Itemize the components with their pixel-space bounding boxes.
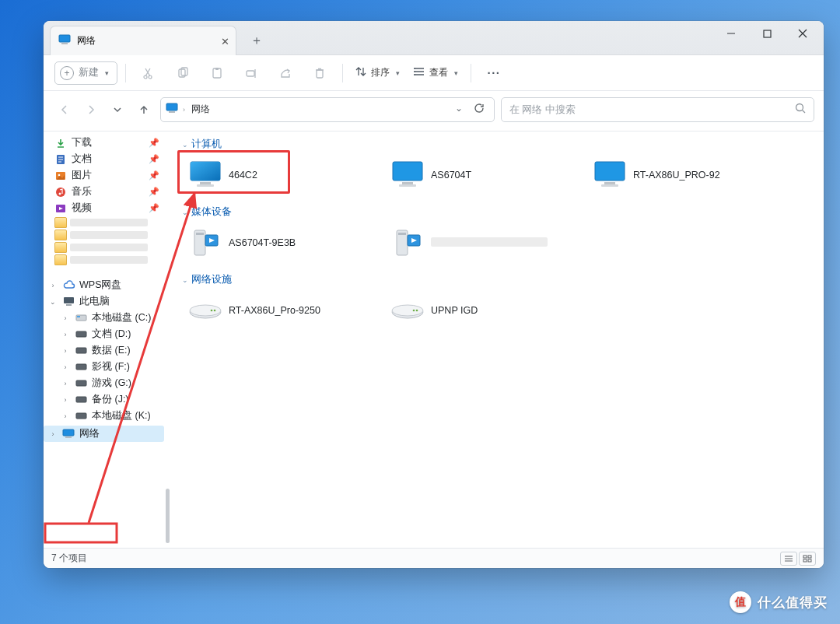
svg-rect-44 <box>76 380 86 386</box>
network-device-item[interactable]: RT-AX86U_Pro-9250 <box>185 291 380 330</box>
breadcrumb-network[interactable]: 网络 <box>190 103 212 116</box>
pin-icon: 📌 <box>149 203 159 213</box>
address-bar[interactable]: › 网络 ⌄ <box>160 97 495 122</box>
new-tab-button[interactable]: ＋ <box>246 33 268 48</box>
new-button[interactable]: + 新建 ▾ <box>54 61 117 85</box>
chevron-right-icon[interactable]: › <box>48 430 58 438</box>
copy-icon[interactable] <box>168 61 198 85</box>
svg-rect-48 <box>65 436 72 438</box>
item-label: RT-AX86U_PRO-92 <box>633 170 720 181</box>
svg-rect-11 <box>215 68 219 70</box>
sidebar-item-drive-d[interactable]: ›文档 (D:) <box>44 326 164 342</box>
chevron-down-icon[interactable]: ⌄ <box>48 298 58 306</box>
chevron-right-icon[interactable]: › <box>61 347 70 355</box>
router-icon <box>392 295 423 326</box>
sidebar-item-pictures[interactable]: 图片📌 <box>44 167 164 184</box>
sidebar-item-downloads[interactable]: 下载📌 <box>44 135 164 151</box>
svg-point-22 <box>414 74 415 75</box>
chevron-right-icon[interactable]: › <box>61 412 70 420</box>
svg-point-34 <box>56 188 65 197</box>
sidebar-item-documents[interactable]: 文档📌 <box>44 151 164 167</box>
watermark: 值 什么值得买 <box>730 591 828 613</box>
search-icon[interactable] <box>795 103 806 116</box>
drive-icon <box>75 312 87 324</box>
pin-icon: 📌 <box>149 170 159 181</box>
group-header-netinfra[interactable]: ⌄ 网络设施 <box>177 270 824 289</box>
view-button[interactable]: 查看 ▾ <box>409 61 463 85</box>
network-media-item[interactable]: AS6704T-9E3B <box>185 223 380 262</box>
svg-point-71 <box>416 310 418 312</box>
router-icon <box>190 295 221 326</box>
chevron-right-icon[interactable]: › <box>48 282 58 289</box>
toolbar: + 新建 ▾ 排序 ▾ 查看 ▾ ··· <box>44 55 824 91</box>
chevron-right-icon[interactable]: › <box>61 331 70 338</box>
svg-rect-43 <box>76 364 86 370</box>
refresh-icon[interactable] <box>469 100 489 119</box>
network-computer-item[interactable]: RT-AX86U_PRO-92 <box>590 156 784 195</box>
sidebar-item-drive-k[interactable]: ›本地磁盘 (K:) <box>44 408 164 424</box>
nav-scrollbar[interactable] <box>164 131 171 548</box>
network-media-item[interactable] <box>387 223 582 262</box>
more-icon[interactable]: ··· <box>479 61 509 85</box>
sidebar-item-placeholder[interactable] <box>54 216 148 229</box>
network-device-item[interactable]: UPNP IGD <box>387 291 582 330</box>
chevron-right-icon[interactable]: › <box>61 396 70 404</box>
window-controls <box>713 21 821 46</box>
chevron-right-icon[interactable]: › <box>61 314 70 322</box>
details-view-button[interactable] <box>780 552 797 566</box>
sort-button[interactable]: 排序 ▾ <box>351 61 404 85</box>
plus-icon: + <box>60 66 74 80</box>
sidebar-item-placeholder[interactable] <box>54 254 148 266</box>
network-icon <box>166 103 178 116</box>
sidebar-item-wps[interactable]: ›WPS网盘 <box>44 277 164 293</box>
sidebar-item-placeholder[interactable] <box>54 229 148 241</box>
up-button[interactable] <box>134 98 154 121</box>
sidebar-item-drive-c[interactable]: ›本地磁盘 (C:) <box>44 310 164 326</box>
item-label: AS6704T <box>431 170 471 181</box>
svg-point-7 <box>149 75 152 79</box>
sidebar-item-drive-e[interactable]: ›数据 (E:) <box>44 342 164 359</box>
sidebar-item-music[interactable]: 音乐📌 <box>44 184 164 200</box>
back-button[interactable] <box>54 98 75 121</box>
sidebar-item-videos[interactable]: 视频📌 <box>44 200 164 216</box>
chevron-down-icon[interactable]: ⌄ <box>450 100 467 119</box>
tab-network[interactable]: 网络 ✕ <box>50 26 236 55</box>
chevron-right-icon[interactable]: › <box>61 363 70 371</box>
sidebar-item-drive-g[interactable]: ›游戏 (G:) <box>44 375 164 391</box>
group-header-computers[interactable]: ⌄ 计算机 <box>177 135 824 154</box>
sidebar-item-drive-f[interactable]: ›影视 (F:) <box>44 359 164 375</box>
chevron-right-icon[interactable]: › <box>61 380 70 387</box>
search-box[interactable] <box>501 97 814 122</box>
rename-icon[interactable] <box>236 61 266 85</box>
maximize-button[interactable] <box>749 21 785 46</box>
item-label: UPNP IGD <box>431 305 478 316</box>
sidebar-item-drive-j[interactable]: ›备份 (J:) <box>44 391 164 408</box>
sidebar-item-placeholder[interactable] <box>54 241 148 254</box>
drive-icon <box>75 377 87 390</box>
group-header-media[interactable]: ⌄ 媒体设备 <box>177 202 824 222</box>
close-tab-icon[interactable]: ✕ <box>221 35 229 47</box>
close-window-button[interactable] <box>785 21 821 46</box>
network-computer-item[interactable]: 464C2 <box>185 156 380 195</box>
paste-icon[interactable] <box>202 61 232 85</box>
svg-rect-0 <box>59 35 70 42</box>
group-label: 计算机 <box>191 138 222 151</box>
recent-button[interactable] <box>107 98 128 121</box>
chevron-right-icon[interactable]: › <box>183 106 185 114</box>
svg-point-66 <box>190 305 221 316</box>
tiles-view-button[interactable] <box>799 552 816 566</box>
drive-icon <box>75 361 87 373</box>
svg-rect-40 <box>77 316 80 317</box>
forward-button[interactable] <box>81 98 101 121</box>
minimize-button[interactable] <box>713 21 749 46</box>
svg-point-25 <box>796 104 803 111</box>
sidebar-item-network[interactable]: ›网络 <box>44 426 164 442</box>
search-input[interactable] <box>509 104 795 115</box>
cut-icon[interactable] <box>134 61 163 85</box>
sidebar-item-label: 此电脑 <box>79 295 110 308</box>
titlebar: 网络 ✕ ＋ <box>44 21 824 55</box>
share-icon[interactable] <box>271 61 300 85</box>
sidebar-item-thispc[interactable]: ⌄此电脑 <box>44 293 164 310</box>
network-computer-item[interactable]: AS6704T <box>387 156 582 195</box>
delete-icon[interactable] <box>305 61 334 85</box>
